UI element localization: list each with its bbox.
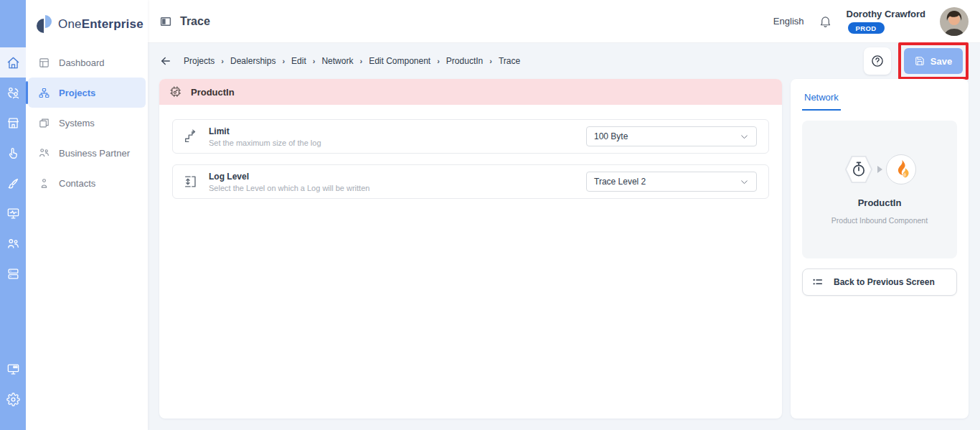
main-area: Trace English Dorothy Crawford PROD Proj… xyxy=(148,0,980,430)
dashboard-icon xyxy=(38,57,50,69)
rail-item-people[interactable] xyxy=(0,228,26,258)
user-avatar[interactable] xyxy=(940,7,969,36)
setting-row-limit: Limit Set the maximum size of the log 10… xyxy=(172,119,769,154)
rail-spacer xyxy=(0,0,26,47)
timer-hexagon-icon xyxy=(844,154,874,184)
user-name: Dorothy Crawford xyxy=(847,9,926,19)
panel-layout-icon xyxy=(159,15,172,28)
business-partner-icon xyxy=(38,147,50,159)
setting-description: Select the Level on which a Log will be … xyxy=(209,184,369,192)
home-icon xyxy=(6,56,20,70)
sidebar-item-label: Business Partner xyxy=(59,148,130,159)
sidebar-item-contacts[interactable]: Contacts xyxy=(26,168,148,198)
sidebar-item-label: Contacts xyxy=(59,178,95,189)
rail-item-settings[interactable] xyxy=(0,384,26,414)
dropdown-value: 100 Byte xyxy=(594,131,628,141)
rail-item-monitor-activity[interactable] xyxy=(0,198,26,228)
component-config-icon xyxy=(169,85,182,98)
monitor-activity-icon xyxy=(6,207,20,220)
list-icon xyxy=(812,276,824,288)
brand-name: OneEnterprise xyxy=(58,17,143,32)
save-button[interactable]: Save xyxy=(904,48,963,74)
user-menu[interactable]: Dorothy Crawford PROD xyxy=(847,9,926,34)
sidebar-item-business-partner[interactable]: Business Partner xyxy=(26,138,148,168)
log-level-icon xyxy=(183,174,199,190)
rail-item-stack[interactable] xyxy=(0,258,26,289)
save-annotation-highlight: Save xyxy=(898,42,969,80)
sidebar: OneEnterprise Dashboard Projects Systems… xyxy=(26,0,148,430)
back-button-label: Back to Previous Screen xyxy=(834,277,935,287)
rail-item-tap-select[interactable] xyxy=(0,138,26,168)
breadcrumb-separator: › xyxy=(437,57,440,65)
network-panel: Network ProductIn Product Inbound Compon… xyxy=(791,79,969,419)
systems-icon xyxy=(38,117,50,129)
store-icon xyxy=(6,116,20,130)
sidebar-item-projects[interactable]: Projects xyxy=(28,78,146,108)
component-flame-logo-icon xyxy=(886,154,916,184)
breadcrumb-item[interactable]: ProductIn xyxy=(446,56,483,66)
component-name: ProductIn xyxy=(858,197,902,208)
trace-settings-body: Limit Set the maximum size of the log 10… xyxy=(159,105,782,224)
chevron-down-icon xyxy=(740,132,749,141)
component-card-header: ProductIn xyxy=(159,79,782,105)
network-preview-card: ProductIn Product Inbound Component xyxy=(802,121,957,258)
breadcrumb-separator: › xyxy=(282,57,285,65)
notifications-bell-icon[interactable] xyxy=(819,14,832,28)
breadcrumb-item[interactable]: Edit Component xyxy=(369,56,430,66)
log-level-dropdown[interactable]: Trace Level 2 xyxy=(586,172,757,192)
setting-description: Set the maximum size of the log xyxy=(209,139,321,147)
top-bar-right: English Dorothy Crawford PROD xyxy=(773,7,969,36)
rail-item-store[interactable] xyxy=(0,108,26,138)
content-area: Projects › Dealerships › Edit › Network … xyxy=(148,43,980,430)
top-bar: Trace English Dorothy Crawford PROD xyxy=(148,0,980,43)
page-title-text: Trace xyxy=(180,15,210,28)
breadcrumb-item[interactable]: Dealerships xyxy=(230,56,275,66)
sidebar-item-label: Dashboard xyxy=(59,57,105,68)
breadcrumb-item[interactable]: Projects xyxy=(184,56,215,66)
setting-text: Log Level Select the Level on which a Lo… xyxy=(209,172,369,192)
sidebar-item-dashboard[interactable]: Dashboard xyxy=(26,47,148,78)
limit-dropdown[interactable]: 100 Byte xyxy=(586,126,757,146)
projects-icon xyxy=(38,87,50,99)
sidebar-item-systems[interactable]: Systems xyxy=(26,108,148,138)
page-title: Trace xyxy=(159,15,210,28)
back-to-previous-screen-button[interactable]: Back to Previous Screen xyxy=(802,268,957,296)
breadcrumb-actions: Save xyxy=(864,42,969,80)
language-selector[interactable]: English xyxy=(773,16,804,27)
stack-icon xyxy=(6,267,20,281)
component-description: Product Inbound Component xyxy=(831,216,928,225)
limit-icon xyxy=(183,128,199,144)
contacts-icon xyxy=(38,177,50,190)
network-node-row xyxy=(844,154,916,184)
breadcrumb-item[interactable]: Network xyxy=(321,56,353,66)
help-button[interactable] xyxy=(864,47,891,75)
setting-text: Limit Set the maximum size of the log xyxy=(209,126,321,147)
brand-logo[interactable]: OneEnterprise xyxy=(26,0,148,37)
gear-icon xyxy=(6,393,20,406)
breadcrumb-item[interactable]: Edit xyxy=(291,56,306,66)
environment-badge: PROD xyxy=(848,22,885,34)
flow-arrow-icon xyxy=(877,166,882,173)
back-arrow-button[interactable] xyxy=(159,55,172,67)
rail-item-home[interactable] xyxy=(0,47,26,78)
breadcrumb-item[interactable]: Trace xyxy=(499,56,520,66)
icon-rail xyxy=(0,0,26,430)
rail-bottom-group xyxy=(0,354,26,430)
rail-item-user-exchange[interactable] xyxy=(0,78,26,108)
save-floppy-icon xyxy=(915,56,925,66)
trace-settings-card: ProductIn Limit Set the maximum size of … xyxy=(159,79,782,419)
monitor-apps-icon xyxy=(6,363,20,376)
component-card-title: ProductIn xyxy=(191,87,235,98)
active-indicator-bar xyxy=(26,81,28,104)
breadcrumb-separator: › xyxy=(359,57,362,65)
user-exchange-icon xyxy=(6,86,20,100)
breadcrumb-separator: › xyxy=(221,57,224,65)
rail-item-monitor-apps[interactable] xyxy=(0,354,26,384)
setting-title: Limit xyxy=(209,126,321,136)
tap-select-icon xyxy=(6,146,20,160)
dropdown-value: Trace Level 2 xyxy=(594,177,646,187)
rail-item-paintbrush[interactable] xyxy=(0,168,26,198)
tab-network[interactable]: Network xyxy=(802,86,841,111)
breadcrumb: Projects › Dealerships › Edit › Network … xyxy=(184,56,520,66)
paintbrush-icon xyxy=(6,177,20,190)
